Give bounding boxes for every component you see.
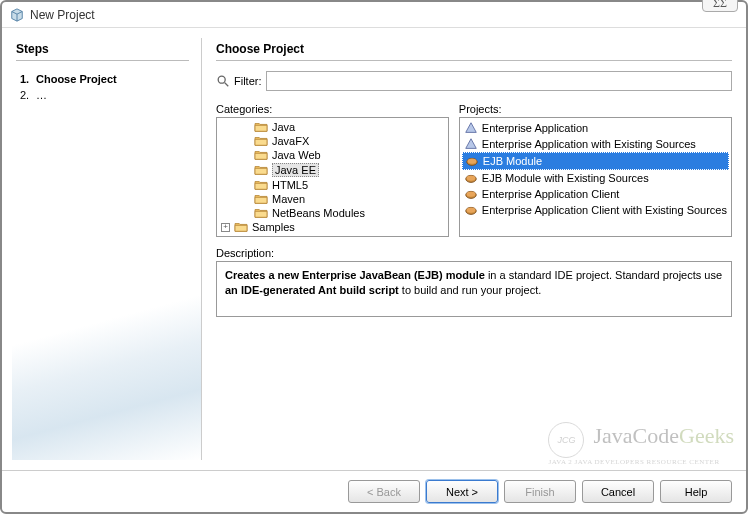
steps-heading: Steps: [16, 42, 189, 56]
finish-button[interactable]: Finish: [504, 480, 576, 503]
close-button[interactable]: ΣΣ: [702, 0, 738, 12]
svg-marker-4: [466, 123, 477, 133]
category-item[interactable]: Maven: [219, 192, 446, 206]
category-item[interactable]: +Samples: [219, 220, 446, 234]
steps-panel: Steps 1.Choose Project2.…: [12, 38, 202, 460]
description-label: Description:: [216, 247, 732, 259]
cancel-button[interactable]: Cancel: [582, 480, 654, 503]
category-item[interactable]: Java Web: [219, 148, 446, 162]
project-item[interactable]: Enterprise Application Client: [462, 186, 729, 202]
project-item[interactable]: Enterprise Application Client with Exist…: [462, 202, 729, 218]
filter-label: Filter:: [234, 75, 262, 87]
divider: [16, 60, 189, 61]
button-bar: < Back Next > Finish Cancel Help: [2, 470, 746, 512]
step-item: 2.…: [20, 87, 189, 103]
svg-point-13: [466, 207, 475, 212]
step-item: 1.Choose Project: [20, 71, 189, 87]
divider: [216, 60, 732, 61]
category-project-row: Categories: JavaJavaFXJava WebJava EEHTM…: [216, 103, 732, 237]
projects-label: Projects:: [459, 103, 732, 115]
category-item[interactable]: HTML5: [219, 178, 446, 192]
app-icon: [10, 8, 24, 22]
svg-point-9: [466, 175, 475, 180]
category-item[interactable]: NetBeans Modules: [219, 206, 446, 220]
project-item[interactable]: Enterprise Application: [462, 120, 729, 136]
svg-point-2: [218, 76, 225, 83]
filter-input[interactable]: [266, 71, 733, 91]
svg-point-11: [466, 191, 475, 196]
projects-column: Projects: Enterprise ApplicationEnterpri…: [459, 103, 732, 237]
content-area: Steps 1.Choose Project2.… Choose Project…: [2, 28, 746, 470]
search-icon: [216, 74, 230, 88]
next-button[interactable]: Next >: [426, 480, 498, 503]
svg-line-3: [225, 83, 229, 87]
project-item[interactable]: Enterprise Application with Existing Sou…: [462, 136, 729, 152]
main-heading: Choose Project: [216, 42, 732, 56]
category-item[interactable]: Java: [219, 120, 446, 134]
steps-list: 1.Choose Project2.…: [16, 71, 189, 103]
projects-list[interactable]: Enterprise ApplicationEnterprise Applica…: [459, 117, 732, 237]
help-button[interactable]: Help: [660, 480, 732, 503]
titlebar: New Project ΣΣ: [2, 2, 746, 28]
categories-label: Categories:: [216, 103, 449, 115]
back-button[interactable]: < Back: [348, 480, 420, 503]
main-panel: Choose Project Filter: Categories: JavaJ…: [202, 38, 736, 460]
expand-icon[interactable]: +: [221, 223, 230, 232]
filter-row: Filter:: [216, 71, 732, 91]
description-text: Creates a new Enterprise JavaBean (EJB) …: [216, 261, 732, 317]
category-item[interactable]: Java EE: [219, 162, 446, 178]
new-project-dialog: New Project ΣΣ Steps 1.Choose Project2.……: [0, 0, 748, 514]
svg-marker-5: [466, 139, 477, 149]
project-item[interactable]: EJB Module with Existing Sources: [462, 170, 729, 186]
svg-point-7: [467, 158, 476, 163]
categories-column: Categories: JavaJavaFXJava WebJava EEHTM…: [216, 103, 449, 237]
window-title: New Project: [30, 8, 95, 22]
category-item[interactable]: JavaFX: [219, 134, 446, 148]
project-item[interactable]: EJB Module: [462, 152, 729, 170]
categories-tree[interactable]: JavaJavaFXJava WebJava EEHTML5MavenNetBe…: [216, 117, 449, 237]
